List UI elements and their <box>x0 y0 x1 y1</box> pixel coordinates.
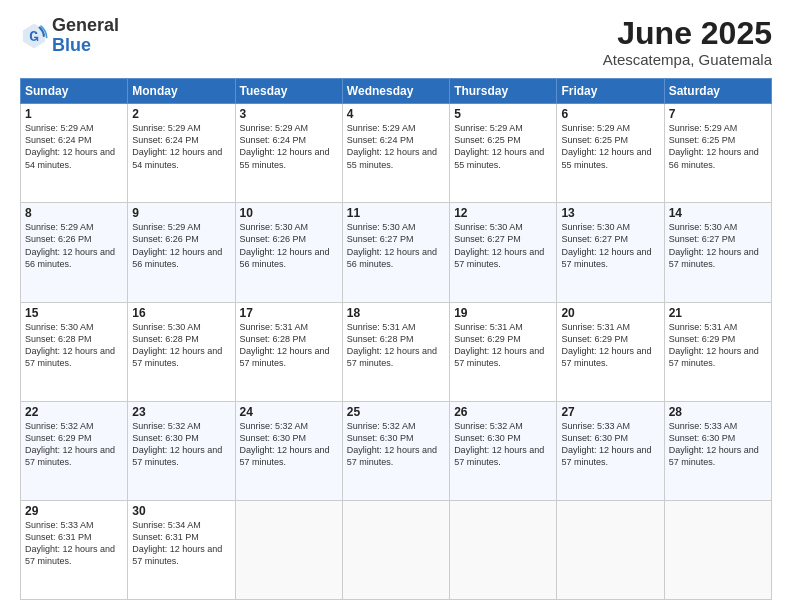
day-of-week-thursday: Thursday <box>450 79 557 104</box>
calendar-cell: 30Sunrise: 5:34 AMSunset: 6:31 PMDayligh… <box>128 500 235 599</box>
calendar-cell: 23Sunrise: 5:32 AMSunset: 6:30 PMDayligh… <box>128 401 235 500</box>
calendar-cell <box>235 500 342 599</box>
day-info: Sunrise: 5:30 AMSunset: 6:27 PMDaylight:… <box>454 221 552 270</box>
day-number: 6 <box>561 107 659 121</box>
day-number: 29 <box>25 504 123 518</box>
calendar-cell: 19Sunrise: 5:31 AMSunset: 6:29 PMDayligh… <box>450 302 557 401</box>
calendar-cell: 17Sunrise: 5:31 AMSunset: 6:28 PMDayligh… <box>235 302 342 401</box>
calendar-cell: 8Sunrise: 5:29 AMSunset: 6:26 PMDaylight… <box>21 203 128 302</box>
day-info: Sunrise: 5:32 AMSunset: 6:30 PMDaylight:… <box>347 420 445 469</box>
day-info: Sunrise: 5:30 AMSunset: 6:27 PMDaylight:… <box>669 221 767 270</box>
day-info: Sunrise: 5:31 AMSunset: 6:28 PMDaylight:… <box>347 321 445 370</box>
calendar-cell: 2Sunrise: 5:29 AMSunset: 6:24 PMDaylight… <box>128 104 235 203</box>
day-info: Sunrise: 5:29 AMSunset: 6:25 PMDaylight:… <box>669 122 767 171</box>
day-info: Sunrise: 5:29 AMSunset: 6:24 PMDaylight:… <box>132 122 230 171</box>
calendar-cell: 10Sunrise: 5:30 AMSunset: 6:26 PMDayligh… <box>235 203 342 302</box>
day-number: 1 <box>25 107 123 121</box>
calendar-cell: 20Sunrise: 5:31 AMSunset: 6:29 PMDayligh… <box>557 302 664 401</box>
calendar-cell: 24Sunrise: 5:32 AMSunset: 6:30 PMDayligh… <box>235 401 342 500</box>
day-number: 3 <box>240 107 338 121</box>
calendar-cell: 12Sunrise: 5:30 AMSunset: 6:27 PMDayligh… <box>450 203 557 302</box>
calendar-subtitle: Atescatempa, Guatemala <box>603 51 772 68</box>
day-number: 27 <box>561 405 659 419</box>
day-info: Sunrise: 5:34 AMSunset: 6:31 PMDaylight:… <box>132 519 230 568</box>
day-info: Sunrise: 5:31 AMSunset: 6:29 PMDaylight:… <box>669 321 767 370</box>
day-number: 17 <box>240 306 338 320</box>
day-of-week-monday: Monday <box>128 79 235 104</box>
logo-text: General Blue <box>52 16 119 56</box>
calendar-cell: 6Sunrise: 5:29 AMSunset: 6:25 PMDaylight… <box>557 104 664 203</box>
calendar-week-3: 15Sunrise: 5:30 AMSunset: 6:28 PMDayligh… <box>21 302 772 401</box>
day-info: Sunrise: 5:30 AMSunset: 6:27 PMDaylight:… <box>561 221 659 270</box>
day-info: Sunrise: 5:33 AMSunset: 6:30 PMDaylight:… <box>561 420 659 469</box>
calendar-cell: 1Sunrise: 5:29 AMSunset: 6:24 PMDaylight… <box>21 104 128 203</box>
day-number: 26 <box>454 405 552 419</box>
day-info: Sunrise: 5:30 AMSunset: 6:27 PMDaylight:… <box>347 221 445 270</box>
calendar-cell <box>557 500 664 599</box>
day-info: Sunrise: 5:30 AMSunset: 6:28 PMDaylight:… <box>132 321 230 370</box>
day-number: 4 <box>347 107 445 121</box>
day-number: 22 <box>25 405 123 419</box>
day-number: 19 <box>454 306 552 320</box>
calendar-cell: 5Sunrise: 5:29 AMSunset: 6:25 PMDaylight… <box>450 104 557 203</box>
day-info: Sunrise: 5:29 AMSunset: 6:24 PMDaylight:… <box>347 122 445 171</box>
day-number: 5 <box>454 107 552 121</box>
calendar-table: SundayMondayTuesdayWednesdayThursdayFrid… <box>20 78 772 600</box>
calendar-cell: 3Sunrise: 5:29 AMSunset: 6:24 PMDaylight… <box>235 104 342 203</box>
calendar-cell: 16Sunrise: 5:30 AMSunset: 6:28 PMDayligh… <box>128 302 235 401</box>
calendar-cell: 13Sunrise: 5:30 AMSunset: 6:27 PMDayligh… <box>557 203 664 302</box>
day-of-week-saturday: Saturday <box>664 79 771 104</box>
calendar-cell: 11Sunrise: 5:30 AMSunset: 6:27 PMDayligh… <box>342 203 449 302</box>
day-number: 25 <box>347 405 445 419</box>
header: General Blue June 2025 Atescatempa, Guat… <box>20 16 772 68</box>
calendar-cell: 9Sunrise: 5:29 AMSunset: 6:26 PMDaylight… <box>128 203 235 302</box>
day-info: Sunrise: 5:29 AMSunset: 6:24 PMDaylight:… <box>240 122 338 171</box>
day-info: Sunrise: 5:32 AMSunset: 6:30 PMDaylight:… <box>132 420 230 469</box>
calendar-cell <box>664 500 771 599</box>
day-number: 18 <box>347 306 445 320</box>
day-number: 13 <box>561 206 659 220</box>
day-number: 14 <box>669 206 767 220</box>
day-of-week-tuesday: Tuesday <box>235 79 342 104</box>
calendar-cell: 4Sunrise: 5:29 AMSunset: 6:24 PMDaylight… <box>342 104 449 203</box>
day-number: 20 <box>561 306 659 320</box>
day-info: Sunrise: 5:32 AMSunset: 6:30 PMDaylight:… <box>454 420 552 469</box>
day-number: 9 <box>132 206 230 220</box>
day-number: 12 <box>454 206 552 220</box>
day-info: Sunrise: 5:29 AMSunset: 6:26 PMDaylight:… <box>132 221 230 270</box>
calendar-cell: 28Sunrise: 5:33 AMSunset: 6:30 PMDayligh… <box>664 401 771 500</box>
logo-icon <box>20 22 48 50</box>
day-number: 7 <box>669 107 767 121</box>
day-number: 30 <box>132 504 230 518</box>
calendar-cell: 18Sunrise: 5:31 AMSunset: 6:28 PMDayligh… <box>342 302 449 401</box>
calendar-cell <box>342 500 449 599</box>
calendar-week-5: 29Sunrise: 5:33 AMSunset: 6:31 PMDayligh… <box>21 500 772 599</box>
page: General Blue June 2025 Atescatempa, Guat… <box>0 0 792 612</box>
day-number: 21 <box>669 306 767 320</box>
calendar-cell: 26Sunrise: 5:32 AMSunset: 6:30 PMDayligh… <box>450 401 557 500</box>
day-info: Sunrise: 5:33 AMSunset: 6:31 PMDaylight:… <box>25 519 123 568</box>
calendar-week-4: 22Sunrise: 5:32 AMSunset: 6:29 PMDayligh… <box>21 401 772 500</box>
day-info: Sunrise: 5:30 AMSunset: 6:28 PMDaylight:… <box>25 321 123 370</box>
calendar-header-row: SundayMondayTuesdayWednesdayThursdayFrid… <box>21 79 772 104</box>
day-number: 23 <box>132 405 230 419</box>
day-number: 28 <box>669 405 767 419</box>
logo-general: General <box>52 15 119 35</box>
calendar-title: June 2025 <box>603 16 772 51</box>
day-number: 11 <box>347 206 445 220</box>
day-info: Sunrise: 5:31 AMSunset: 6:29 PMDaylight:… <box>561 321 659 370</box>
day-of-week-sunday: Sunday <box>21 79 128 104</box>
calendar-cell: 7Sunrise: 5:29 AMSunset: 6:25 PMDaylight… <box>664 104 771 203</box>
calendar-cell: 15Sunrise: 5:30 AMSunset: 6:28 PMDayligh… <box>21 302 128 401</box>
day-info: Sunrise: 5:29 AMSunset: 6:25 PMDaylight:… <box>454 122 552 171</box>
day-info: Sunrise: 5:29 AMSunset: 6:24 PMDaylight:… <box>25 122 123 171</box>
day-number: 2 <box>132 107 230 121</box>
calendar-cell: 21Sunrise: 5:31 AMSunset: 6:29 PMDayligh… <box>664 302 771 401</box>
title-block: June 2025 Atescatempa, Guatemala <box>603 16 772 68</box>
calendar-cell: 22Sunrise: 5:32 AMSunset: 6:29 PMDayligh… <box>21 401 128 500</box>
logo: General Blue <box>20 16 119 56</box>
day-info: Sunrise: 5:31 AMSunset: 6:29 PMDaylight:… <box>454 321 552 370</box>
logo-blue: Blue <box>52 35 91 55</box>
calendar-cell: 14Sunrise: 5:30 AMSunset: 6:27 PMDayligh… <box>664 203 771 302</box>
day-number: 10 <box>240 206 338 220</box>
